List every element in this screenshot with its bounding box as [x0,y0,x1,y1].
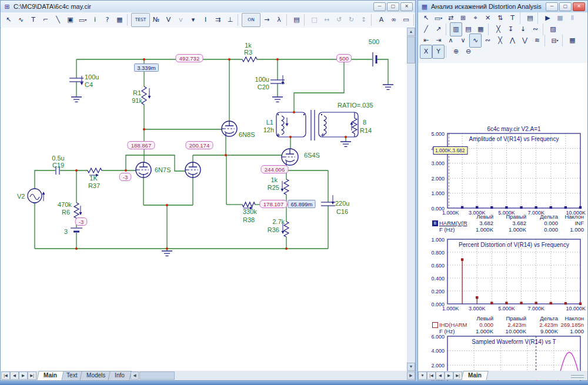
first-page-button[interactable]: |◀ [427,371,436,380]
select-tool[interactable]: ↖ [2,13,15,27]
next-page-button[interactable]: ▶ [19,371,28,380]
component-label: 91k [132,97,142,104]
scroll-down-button[interactable]: ▼ [407,363,415,371]
last-page-button[interactable]: ▶| [28,371,36,380]
schematic-window-titlebar[interactable]: ⊞ C:\MC9\DATA\6c4c may.cir ─ ▢ ✕ [1,1,415,13]
tab-main[interactable]: Main [461,371,488,381]
component-label: 1k [245,42,252,49]
toolbar-separator [543,24,546,35]
component-tool[interactable]: ▣ [64,13,76,27]
inflection-button[interactable]: ╳ [494,34,506,48]
component-label: 220u [335,200,349,207]
first-page-button[interactable]: |◀ [1,371,10,380]
info-tool[interactable]: i [89,13,101,27]
node-voltages-toggle[interactable]: V [162,13,175,27]
wire-tool[interactable]: ⌐ [39,13,52,27]
auto-scale-y-button[interactable]: Y [432,45,445,59]
y-tick-label: 0.200 [431,289,445,294]
component-label: 500 [369,38,379,45]
numeric-output-button[interactable]: ▦ [566,34,579,48]
toolbar-separator [371,14,374,26]
flip-x-tool: ↕ [358,13,370,27]
y-tick-label: 1.000 [431,237,445,243]
cursor-value: 2.423m [539,322,558,328]
find-text-button[interactable]: A [375,13,387,27]
stretch-tool: ↔ [320,13,333,27]
last-page-button[interactable]: ▶| [453,371,462,380]
display-options-dropdown[interactable]: ▾ [187,13,199,27]
schematic-canvas[interactable]: 100uC4R191k1kR3100uC20500L112hRATIO=.035… [1,28,407,371]
trace-label: F (Hz) [439,226,455,233]
previous-page-button[interactable]: ◀ [436,371,445,380]
currents-toggle[interactable]: I [199,13,212,27]
minimize-button[interactable]: ─ [546,2,558,11]
trace-color-box[interactable]: B [432,220,438,226]
probe-toggle[interactable]: λ [273,13,285,27]
maximize-button[interactable]: ▢ [559,2,572,11]
scroll-left-button[interactable]: ◀ [131,371,139,380]
maximize-button[interactable]: ▢ [387,2,399,11]
analysis-toolbar: ↖▭▾⇄⊞⌖✕⇅T▤▶■Ⅱ╱↗▥▤▦╳↧↓∾▨⇤⇥∧∨∿∾╳⋀⋁≋⊟▾▦XY⊕⊖ [418,12,587,63]
zoom-out-button[interactable]: ⊖ [462,45,475,59]
go-to-branch-dropdown[interactable]: ⊟▾ [549,34,561,48]
close-button[interactable]: ✕ [573,2,585,11]
cursor-table: ЛевыйПравыйДельтаНаклонIHD(HARM0.0002.42… [418,315,587,334]
previous-page-button[interactable]: ◀ [10,371,19,380]
wire-arrow-toggle[interactable]: → [260,13,273,27]
global-low-button[interactable]: ⋁ [519,34,531,48]
wave-tool[interactable]: ∿ [15,13,27,27]
page-list-button[interactable]: ▼ [418,371,427,380]
scroll-right-button[interactable]: ▶ [407,371,415,380]
auto-scale-x-button[interactable]: X [420,45,432,59]
component-label: 12h [263,126,274,133]
help-mode-tool[interactable]: ? [101,13,113,27]
horizontal-scroll-thumb[interactable] [139,371,175,380]
cursor-table: ЛевыйПравыйДельтаНаклонBHARM(V(R3.6823.6… [418,213,587,233]
next-page-button[interactable]: ▶ [445,371,453,380]
component-label: R38 [243,216,255,223]
resize-grip[interactable] [571,375,584,378]
component-label: R25 [268,184,279,191]
window-preview-button[interactable]: ▭ [400,13,412,27]
horizontal-scrollbar[interactable]: ◀ ▶ [131,371,415,380]
component-label: L1 [266,119,273,126]
low-button[interactable]: ∾ [482,34,494,48]
table-header: Левый [476,315,493,322]
zoom-in-button[interactable]: ⊕ [450,45,462,59]
trace-color-box[interactable] [432,322,438,328]
shape-tool[interactable]: ▭▾ [76,13,89,27]
color-palette-button[interactable]: ▦ [113,13,126,27]
schematic-drawing[interactable]: 100uC4R191k1kR3100uC20500L112hRATIO=.035… [1,28,407,371]
tab-main[interactable]: Main [36,371,64,381]
table-header: Наклон [564,315,584,322]
component-label: 2.7k [272,218,285,225]
test-button[interactable]: TEST [131,13,150,27]
global-high-button[interactable]: ⋀ [506,34,519,48]
toolbar-separator [238,14,240,26]
on-state-toggle[interactable]: ON [242,13,260,27]
toolbar-separator [562,35,565,46]
close-button[interactable]: ✕ [400,2,413,11]
text-tool[interactable]: T [27,13,39,27]
search-binoculars-button[interactable]: ∞ [387,13,400,27]
ripple-button[interactable]: ≋ [531,34,543,48]
attributes-button[interactable]: ▤ [290,13,303,27]
scroll-up-button[interactable]: ▲ [407,28,415,36]
power-toggle[interactable]: ⇉ [212,13,224,27]
vertical-scrollbar[interactable]: ▲ ▼ [407,28,415,371]
cursor-value: 10.000K [506,328,526,334]
component-label: R1 [133,89,141,96]
node-voltage-badge: -3 [123,174,128,180]
node-voltage-badge: 178.107 [263,201,283,207]
amplitude-plot[interactable]: 5.0004.0003.0002.0001.0000.0001.000K3.00… [418,126,587,217]
condition-toggle[interactable]: ⊥ [224,13,236,27]
line-tool[interactable]: ╲ [52,13,64,27]
cursor-value: 0.000 [544,226,558,233]
vertical-scroll-thumb[interactable] [407,36,415,63]
distortion-plot[interactable]: 1.0000.8000.6000.4000.2000.0001.000K3.00… [418,234,587,315]
tab-info[interactable]: Info [108,371,132,381]
node-numbers-toggle[interactable]: № [150,13,162,27]
component-label: R3 [244,49,252,56]
cursor-value: 269.185n [560,322,584,328]
minimize-button[interactable]: ─ [373,2,386,11]
